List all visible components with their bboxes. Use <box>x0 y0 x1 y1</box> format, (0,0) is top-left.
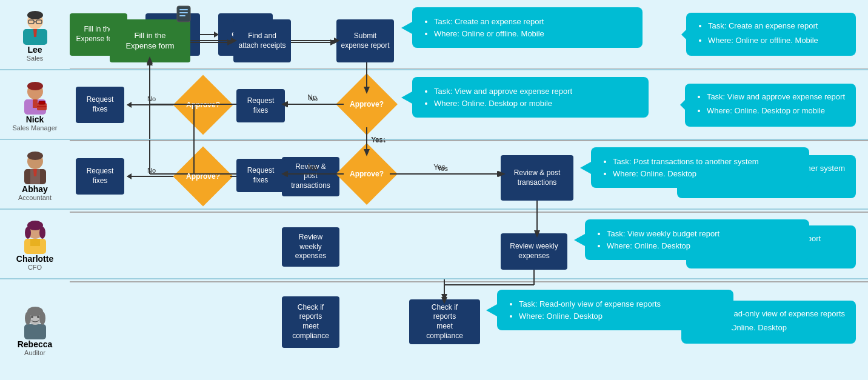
callout-rebecca: Task: Read-only view of expense reports … <box>681 301 856 344</box>
box-submit-report: Submitexpense report <box>218 13 273 56</box>
box-review-weekly: Review weeklyexpenses <box>282 227 339 267</box>
actor-rebecca: Rebecca Auditor <box>0 288 70 356</box>
row2-flow: Requestfixes No Approve? Task: View and … <box>70 70 868 140</box>
arrow-1-2 <box>127 34 145 35</box>
swimlane-nick: Nick Sales Manager Requestfixes No Appro… <box>0 70 868 141</box>
box-request-fixes-abhay: Requestfixes <box>76 158 124 195</box>
actor-name-charlotte: Charlotte <box>16 258 53 268</box>
avatar-nick <box>17 77 53 113</box>
callout-abhay: Task: Post transactions to another syste… <box>677 155 856 198</box>
diamond-nick: Approve? <box>179 81 227 129</box>
actor-name-abhay: Abhay <box>22 187 48 197</box>
actor-role-lee: Sales <box>27 55 44 62</box>
callout-charlotte: Task: View weekly budget report Where: O… <box>686 225 856 268</box>
svg-rect-20 <box>30 241 40 248</box>
svg-point-30 <box>31 307 33 310</box>
svg-point-28 <box>24 303 30 316</box>
diamond-nick-label: Approve? <box>186 101 220 109</box>
svg-rect-12 <box>39 101 45 104</box>
svg-rect-25 <box>24 316 46 330</box>
row3-flow: Requestfixes No Approve? Yes Review & po… <box>70 141 868 212</box>
arrow-no-nick: No <box>127 104 176 105</box>
box-find-attach: Find andattach receipts <box>145 13 200 56</box>
diamond-abhay-label: Approve? <box>186 172 220 181</box>
actor-role-abhay: Accountant <box>18 197 52 204</box>
callout-rebecca-item-1: Task: Read-only view of expense reports <box>703 308 845 320</box>
arrow-yes-abhay: Yes <box>230 176 279 177</box>
box-request-fixes-nick: Requestfixes <box>76 87 124 123</box>
actor-charlotte: Charlotte CFO <box>0 213 70 281</box>
actor-role-nick: Sales Manager <box>13 125 58 133</box>
actor-name-lee: Lee <box>27 45 42 55</box>
callout-abhay-item-2: Where: Online. Desktop <box>699 176 845 188</box>
actor-abhay: Abhay Accountant <box>0 142 70 210</box>
callout-nick: Task: View and approve expense report Wh… <box>685 84 856 127</box>
row4-flow: Review weeklyexpenses Task: View weekly … <box>70 214 868 281</box>
callout-abhay-item-1: Task: Post transactions to another syste… <box>699 162 845 175</box>
svg-rect-8 <box>33 99 38 108</box>
label-no-abhay: No <box>147 167 156 174</box>
actor-role-charlotte: CFO <box>28 268 42 275</box>
swimlane-rebecca: Rebecca Auditor Check ifreportsmeetcompl… <box>0 282 868 361</box>
box-review-post: Review & posttransactions <box>282 157 339 196</box>
callout-nick-item-1: Task: View and approve expense report <box>707 91 845 103</box>
label-no-nick: No <box>147 95 156 102</box>
svg-point-10 <box>27 80 43 88</box>
swimlane-abhay: Abhay Accountant Requestfixes No Approve… <box>0 141 868 213</box>
callout-rebecca-item-2: Where: Online. Desktop <box>703 322 845 334</box>
label-yes-abhay: Yes <box>249 167 260 174</box>
svg-point-18 <box>27 152 43 160</box>
actor-role-rebecca: Auditor <box>24 342 45 350</box>
actor-name-rebecca: Rebecca <box>18 333 53 342</box>
avatar-charlotte <box>17 219 53 256</box>
svg-point-2 <box>27 9 44 19</box>
box-check-compliance: Check ifreportsmeetcompliance <box>282 296 339 348</box>
callout-lee-item-1: Task: Create an expense report <box>708 20 845 32</box>
avatar-rebecca <box>17 294 53 330</box>
svg-point-23 <box>24 228 30 241</box>
arrow-2-3 <box>200 34 218 35</box>
diamond-abhay: Approve? <box>179 152 227 201</box>
callout-charlotte-item-2: Where: Online. Desktop <box>708 247 845 259</box>
box-fill-expense: Fill in theExpense form <box>70 13 127 56</box>
svg-point-31 <box>37 307 39 310</box>
callout-charlotte-item-1: Task: View weekly budget report <box>708 233 845 245</box>
avatar-abhay <box>17 148 53 185</box>
row5-flow: Check ifreportsmeetcompliance Task: Read… <box>70 284 868 360</box>
swimlane-charlotte: Charlotte CFO Review weeklyexpenses Task… <box>0 213 868 282</box>
row1-flow: Fill in theExpense form Find andattach r… <box>70 7 868 62</box>
swimlane-lee: Lee Sales Fill in theExpense form Find a… <box>0 0 868 70</box>
callout-lee-item-2: Where: Online or offline. Mobile <box>708 35 845 47</box>
actor-lee: Lee Sales <box>0 1 70 68</box>
process-diagram: Lee Sales Fill in theExpense form Find a… <box>0 0 868 361</box>
svg-point-29 <box>40 303 46 316</box>
callout-lee: Task: Create an expense report Where: On… <box>686 13 856 56</box>
svg-point-24 <box>40 228 46 241</box>
avatar-lee <box>17 7 53 43</box>
callout-nick-item-2: Where: Online. Desktop or mobile <box>707 105 845 117</box>
arrow-no-abhay: No <box>127 176 176 177</box>
actor-nick: Nick Sales Manager <box>0 71 70 139</box>
actor-name-nick: Nick <box>26 116 44 125</box>
